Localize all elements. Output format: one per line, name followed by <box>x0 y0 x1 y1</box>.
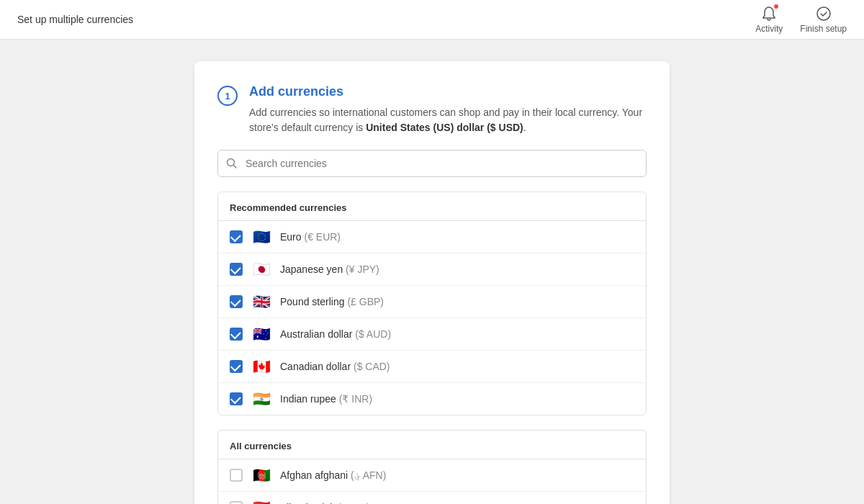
currency-flag: 🇨🇦 <box>251 358 271 375</box>
all-currency-item: 🇦🇱 Albanian lek (L ALL) <box>218 492 646 504</box>
recommended-currency-item: 🇪🇺 Euro (€ EUR) <box>218 221 646 253</box>
search-input[interactable] <box>217 150 647 177</box>
activity-icon <box>760 5 778 22</box>
search-icon <box>226 158 238 169</box>
step-content: Add currencies Add currencies so interna… <box>249 84 647 135</box>
recommended-currencies-section: Recommended currencies 🇪🇺 Euro (€ EUR) 🇯… <box>217 192 647 415</box>
currency-name: Pound sterling (£ GBP) <box>280 296 384 307</box>
currency-code: (€ EUR) <box>304 231 341 243</box>
recommended-currency-item: 🇬🇧 Pound sterling (£ GBP) <box>218 286 646 318</box>
step-desc-bold: United States (US) dollar ($ USD) <box>366 122 523 133</box>
step-title: Add currencies <box>249 84 647 99</box>
currency-checkbox[interactable] <box>230 295 243 308</box>
currency-name: Canadian dollar ($ CAD) <box>280 361 390 372</box>
all-currencies-list: 🇦🇫 Afghan afghani (؋ AFN) 🇦🇱 Albanian le… <box>218 459 646 504</box>
step-badge: 1 <box>217 86 238 106</box>
currency-code: (₹ INR) <box>339 393 372 405</box>
currency-flag: 🇦🇱 <box>251 499 271 504</box>
svg-point-0 <box>817 7 830 20</box>
currency-checkbox[interactable] <box>230 360 243 373</box>
main-content: 1 Add currencies Add currencies so inter… <box>0 40 864 504</box>
recommended-currency-item: 🇮🇳 Indian rupee (₹ INR) <box>218 383 646 415</box>
currency-name: Euro (€ EUR) <box>280 231 341 243</box>
currency-code: ($ AUD) <box>355 328 391 340</box>
currency-code: (¥ JPY) <box>346 264 379 275</box>
activity-label: Activity <box>755 24 783 34</box>
step-desc-part2: . <box>523 122 526 133</box>
currency-name: Japanese yen (¥ JPY) <box>280 264 379 275</box>
currency-code: (£ GBP) <box>347 296 384 307</box>
currency-checkbox[interactable] <box>230 263 243 276</box>
currency-flag: 🇮🇳 <box>251 390 271 408</box>
all-currencies-section: All currencies 🇦🇫 Afghan afghani (؋ AFN)… <box>217 430 647 504</box>
recommended-currency-item: 🇦🇺 Australian dollar ($ AUD) <box>218 318 646 351</box>
search-container <box>217 150 647 177</box>
currency-code: (؋ AFN) <box>351 469 386 481</box>
currency-flag: 🇯🇵 <box>251 261 271 278</box>
recommended-section-header: Recommended currencies <box>218 192 646 221</box>
step-header: 1 Add currencies Add currencies so inter… <box>217 84 647 135</box>
step-description: Add currencies so international customer… <box>249 105 647 135</box>
activity-button[interactable]: Activity <box>755 5 783 34</box>
topbar: Set up multiple currencies Activity Fini… <box>0 0 864 40</box>
recommended-currency-item: 🇨🇦 Canadian dollar ($ CAD) <box>218 351 646 383</box>
all-currency-item: 🇦🇫 Afghan afghani (؋ AFN) <box>218 459 646 492</box>
currency-checkbox[interactable] <box>230 501 243 504</box>
currency-code: ($ CAD) <box>354 361 390 372</box>
currency-checkbox[interactable] <box>230 230 243 243</box>
currency-flag: 🇬🇧 <box>251 293 271 310</box>
svg-line-2 <box>234 166 237 168</box>
currency-name: Indian rupee (₹ INR) <box>280 393 372 405</box>
currency-checkbox[interactable] <box>230 392 243 405</box>
currency-flag: 🇦🇫 <box>251 467 271 484</box>
currency-flag: 🇪🇺 <box>251 228 271 246</box>
currency-name: Australian dollar ($ AUD) <box>280 328 391 340</box>
notification-dot <box>773 4 779 9</box>
topbar-actions: Activity Finish setup <box>755 5 847 34</box>
page-title: Set up multiple currencies <box>17 14 133 25</box>
finish-setup-label: Finish setup <box>800 24 847 34</box>
currency-checkbox[interactable] <box>230 469 243 482</box>
currency-flag: 🇦🇺 <box>251 325 271 343</box>
recommended-currencies-list: 🇪🇺 Euro (€ EUR) 🇯🇵 Japanese yen (¥ JPY) … <box>218 221 646 415</box>
all-section-header: All currencies <box>218 431 646 459</box>
currency-checkbox[interactable] <box>230 328 243 341</box>
finish-setup-icon <box>815 5 832 22</box>
card: 1 Add currencies Add currencies so inter… <box>194 61 670 504</box>
currency-name: Afghan afghani (؋ AFN) <box>280 469 386 481</box>
finish-setup-button[interactable]: Finish setup <box>800 5 847 34</box>
recommended-currency-item: 🇯🇵 Japanese yen (¥ JPY) <box>218 253 646 286</box>
